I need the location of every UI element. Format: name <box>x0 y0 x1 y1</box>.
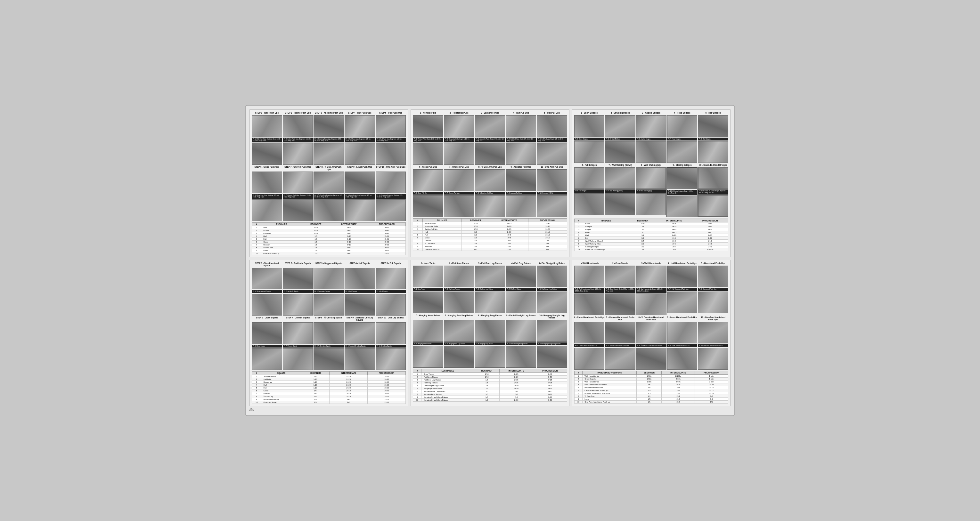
lr-block9: Pr. 9: Partial Straight Leg Raises <box>506 320 536 368</box>
table-cell: Jackknife Pulls <box>423 228 461 231</box>
table-cell: 1/10 <box>301 375 329 378</box>
pullups-images-row2: Pr. 6: Close Pull-Ups Pr. 7: Uneven Pull… <box>413 169 567 217</box>
table-cell: 5 <box>413 384 422 387</box>
hs-img7a <box>605 322 635 344</box>
bridges-col-num: # <box>574 219 583 222</box>
table-cell: 9 <box>252 249 261 252</box>
squats-block10: Pr. 10: One-Leg Squats <box>375 322 406 370</box>
squats-step7-label: STEP 7 - Uneven Squats <box>283 316 313 321</box>
table-cell: 10 <box>252 252 261 255</box>
table-cell: 5 <box>413 233 423 237</box>
table-cell: 2×4 <box>656 245 692 248</box>
bridges-img6b <box>574 193 605 215</box>
table-cell: 2×10 <box>692 237 728 240</box>
squats-section: STEP 1 - Shoulderstand Squats STEP 2 - J… <box>250 260 408 406</box>
pullups-note5a: Pr. 5: Full Pull-Ups. Begin: 1/5. Int: 2… <box>537 138 567 143</box>
table-cell: 1/5 <box>474 390 500 393</box>
table-cell: 4 <box>413 231 423 233</box>
hs-block4: Pr. 4: Half Handstand Push-Ups <box>667 265 698 315</box>
bridges-note5a: Pr. 5: Half Bridges <box>698 138 728 141</box>
pullups-images-row1: Pr. 1: Vertical Pulls. Begin: 1/10. Int:… <box>413 115 567 165</box>
hs-step5-label: 5 - Handstand Push-Ups <box>698 262 728 264</box>
bridges-img6a <box>574 167 605 189</box>
hs-note3a: Pr. 3: Wall Handstands. Begin: 1/30s. In… <box>636 288 667 293</box>
pushups-block9: Pr. 9: Lever Push-Ups. Beginner: 1/5. In… <box>345 172 375 221</box>
table-cell: 3×30 <box>368 381 406 383</box>
bridges-step4-label: 4 - Head Bridges <box>667 112 698 114</box>
table-cell: 2×25 <box>329 378 368 381</box>
table-cell: 3 <box>413 228 423 231</box>
squats-img5b <box>375 294 406 316</box>
squats-note2a: Pr. 2: Jackknife Squats <box>283 290 313 293</box>
main-container: STEP 1 - Wall Push-Ups STEP 2 - Incline … <box>245 105 735 416</box>
pullups-step10-label: 10 - One-Arm Pull-Ups <box>537 166 567 168</box>
table-cell: Angled <box>583 228 629 231</box>
pushups-titles-row1: STEP 1 - Wall Push-Ups STEP 2 - Incline … <box>252 112 406 114</box>
bridges-block6: Pr. 6: Full Bridges <box>574 167 605 217</box>
table-cell: 6 <box>252 240 261 243</box>
pullups-img10a <box>537 169 567 191</box>
pushups-block5: Pr. 5: Full Push-Ups. Beginner: 1/5. Int… <box>375 115 406 165</box>
table-cell: 1/4 <box>637 395 662 397</box>
lr-block5: Pr. 5: Flat Straight Leg Raises <box>537 265 567 313</box>
pullups-col-beg: BEGINNER <box>461 219 490 222</box>
table-cell: 3 <box>413 378 422 381</box>
table-cell: Full <box>261 386 301 389</box>
pullups-section: 1 - Vertical Pulls 2 - Horizontal Pulls … <box>410 110 569 257</box>
table-cell: 1/5 <box>302 235 330 237</box>
pushups-col-name: PUSH-UPS <box>261 222 302 226</box>
squats-step8-label: STEP 8 - ½ One-Leg Squats <box>313 316 344 321</box>
bridges-img8b <box>636 193 666 215</box>
table-cell: 3×20 <box>528 228 567 231</box>
table-cell: 1/5 <box>637 386 662 389</box>
hs-img2b <box>605 294 635 315</box>
bridges-titles-row2: 6 - Full Bridges 7 - Wall Walking (Down)… <box>574 164 728 166</box>
table-cell: Straight <box>583 225 629 228</box>
table-cell: 2×25 <box>490 222 528 225</box>
bridges-block7: Pr. 7: Wall Walking (Down) <box>605 167 635 217</box>
table-cell: 1/10 <box>301 378 329 381</box>
pullups-note8a: Pr. 8: ½ One-Arm Pull-Ups <box>475 192 505 195</box>
table-cell: ½ One-Arm <box>423 242 461 245</box>
table-cell: 2×10 <box>368 398 406 401</box>
pushups-img7b <box>283 199 313 221</box>
pushups-step6-label: STEP 6 - Close Push-Ups <box>252 166 282 170</box>
hs-note1a: Pr. 1: Wall Headstands. Begin: 1/60s. In… <box>574 288 605 293</box>
pullups-img1a <box>413 115 443 137</box>
handstand-titles-row2: 6 - Close Handstand Push-Ups 7 - Uneven … <box>574 316 728 321</box>
table-cell: 2×10 <box>329 395 368 398</box>
bridges-img5b <box>698 141 728 163</box>
table-cell: 1/5 <box>301 392 329 395</box>
table-cell: 2×20 <box>490 225 528 228</box>
squats-col-int: INTERMEDIATE <box>329 371 368 375</box>
hs-img8b <box>636 348 667 370</box>
pushups-img8a <box>313 172 344 193</box>
lr-note10a: Pr. 10: Hanging Straight Leg Raises <box>537 342 567 346</box>
hs-img2a <box>605 265 635 288</box>
table-cell: 3 <box>574 380 582 383</box>
table-cell: 3×40 <box>368 378 406 381</box>
hs-img6b <box>574 348 605 370</box>
pushups-images-row1: Pr. 1: Wall Push-Ups. Beginner: 1 set of… <box>252 115 406 165</box>
table-cell: 1/10 <box>461 225 490 228</box>
squats-img2b <box>283 294 313 316</box>
table-cell: 5 <box>574 234 583 237</box>
table-cell: 3×40 <box>533 373 567 375</box>
hs-note8a: Pr. 8: ½ One-Arm Handstand Push-Ups <box>636 344 667 347</box>
lr-img3b <box>475 292 505 313</box>
pullups-img10b <box>537 195 567 217</box>
table-cell: Half <box>423 231 461 233</box>
pullups-img4a <box>506 115 536 137</box>
table-cell: 2×15 <box>656 231 692 234</box>
pullups-step1-label: 1 - Vertical Pulls <box>413 112 443 114</box>
bridges-img4a <box>667 115 698 137</box>
squats-img3b <box>313 294 344 316</box>
table-cell: 2×10 <box>330 249 368 252</box>
pushups-note2a: Pr. 2: Incline Push-Ups. Beginner: 1/10.… <box>283 138 313 143</box>
table-cell: 2×30 <box>368 386 406 389</box>
table-cell: 2×15 <box>490 228 528 231</box>
table-cell: Wall Headstands <box>582 375 637 377</box>
lr-step6-label: 6 - Hanging Knee Raises <box>413 314 443 319</box>
table-cell: Assisted One-Leg <box>261 398 301 401</box>
squats-step3-label: STEP 3 - Supported Squats <box>313 262 344 267</box>
